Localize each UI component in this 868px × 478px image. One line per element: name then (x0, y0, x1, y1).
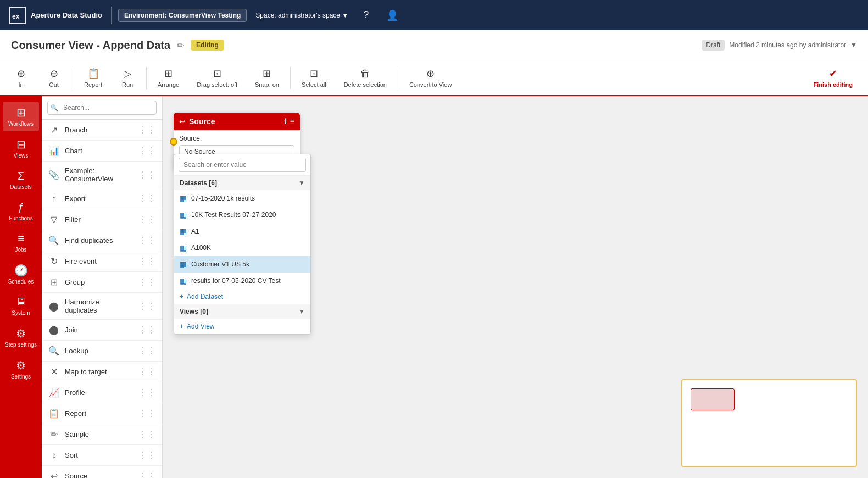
step-item-fire-event[interactable]: ↻ Fire event ⋮⋮ (42, 251, 162, 272)
step-item-source[interactable]: ↩ Source ⋮⋮ (42, 466, 162, 478)
drag-handle-icon[interactable]: ⋮⋮ (138, 193, 155, 204)
toolbar-delete-selection-button[interactable]: 🗑 Delete selection (335, 65, 396, 91)
canvas-area[interactable]: ↩ Source ℹ ≡ Source: No Source selected … (163, 96, 868, 478)
step-item-harmonize-duplicates[interactable]: ⬤ Harmonize duplicates ⋮⋮ (42, 293, 162, 320)
drag-handle-icon[interactable]: ⋮⋮ (138, 346, 155, 356)
dropdown-dataset-item-0[interactable]: ▦ 07-15-2020 1k results (174, 190, 310, 207)
search-input[interactable] (47, 101, 157, 115)
dataset-label-4: Customer V1 US 5k (191, 260, 249, 268)
drag-handle-icon[interactable]: ⋮⋮ (138, 366, 155, 377)
sidebar-item-datasets[interactable]: Σ Datasets (3, 165, 39, 194)
add-view-button[interactable]: + Add View (174, 319, 310, 334)
toolbar-out-button[interactable]: ⊖ Out (37, 64, 70, 91)
drag-handle-icon[interactable]: ⋮⋮ (138, 125, 155, 135)
source-card-icons: ℹ ≡ (284, 117, 294, 126)
harmonize-icon: ⬤ (48, 301, 59, 312)
steps-list: ↗ Branch ⋮⋮ 📊 Chart ⋮⋮ 📎 Example: Consum… (42, 120, 162, 478)
dropdown-dataset-item-5[interactable]: ▦ results for 07-05-2020 CV Test (174, 273, 310, 289)
dataset-label-3: A100K (191, 244, 211, 252)
datasets-section-header[interactable]: Datasets [6] ▼ (174, 176, 310, 190)
drag-handle-icon[interactable]: ⋮⋮ (138, 387, 155, 398)
sidebar-item-jobs[interactable]: ≡ Jobs (3, 228, 39, 257)
drag-handle-icon[interactable]: ⋮⋮ (138, 256, 155, 266)
snap-icon: ⊞ (263, 68, 271, 80)
source-menu-icon[interactable]: ≡ (290, 117, 294, 126)
step-label: Lookup (65, 347, 132, 355)
connector-dot (170, 138, 177, 146)
dropdown-dataset-item-1[interactable]: ▦ 10K Test Results 07-27-2020 (174, 207, 310, 223)
step-item-find-duplicates[interactable]: 🔍 Find duplicates ⋮⋮ (42, 230, 162, 251)
sidebar-item-functions[interactable]: ƒ Functions (3, 197, 39, 226)
step-item-report[interactable]: 📋 Report ⋮⋮ (42, 403, 162, 424)
toolbar-divider-1 (73, 67, 73, 89)
step-label: Harmonize duplicates (65, 298, 132, 314)
views-expand-icon: ▼ (298, 308, 305, 315)
dataset-label-2: A1 (191, 227, 199, 235)
sidebar-item-system[interactable]: 🖥 System (3, 291, 39, 320)
drag-handle-icon[interactable]: ⋮⋮ (138, 146, 155, 156)
step-item-join[interactable]: ⬤ Join ⋮⋮ (42, 320, 162, 341)
step-item-map-to-target[interactable]: ✕ Map to target ⋮⋮ (42, 362, 162, 382)
step-label: Example: ConsumerView (65, 166, 132, 183)
source-info-icon[interactable]: ℹ (284, 117, 287, 126)
help-icon[interactable]: ? (357, 7, 375, 24)
toolbar-arrange-button[interactable]: ⊞ Arrange (149, 64, 188, 91)
step-label: Export (65, 194, 132, 203)
top-nav-right: Environment: ConsumerView Testing Space:… (118, 7, 401, 24)
toolbar-snap-button[interactable]: ⊞ Snap: on (246, 64, 288, 91)
sort-icon: ↕ (48, 451, 59, 460)
dropdown-dataset-item-2[interactable]: ▦ A1 (174, 223, 310, 240)
edit-title-icon[interactable]: ✏ (177, 40, 184, 51)
toolbar-drag-select-button[interactable]: ⊡ Drag select: off (188, 64, 246, 91)
dataset-icon-4: ▦ (180, 260, 187, 269)
drag-handle-icon[interactable]: ⋮⋮ (138, 235, 155, 246)
step-item-export[interactable]: ↑ Export ⋮⋮ (42, 188, 162, 209)
dropdown-dataset-item-3[interactable]: ▦ A100K (174, 240, 310, 256)
views-section-header[interactable]: Views [0] ▼ (174, 304, 310, 319)
drag-handle-icon[interactable]: ⋮⋮ (138, 301, 155, 312)
toolbar-run-button[interactable]: ▷ Run (111, 64, 144, 91)
step-item-example-consumerview[interactable]: 📎 Example: ConsumerView ⋮⋮ (42, 162, 162, 188)
drag-handle-icon[interactable]: ⋮⋮ (138, 429, 155, 440)
user-icon[interactable]: 👤 (383, 7, 401, 24)
sidebar-item-step-settings[interactable]: ⚙ Step settings (3, 323, 39, 352)
drag-handle-icon[interactable]: ⋮⋮ (138, 325, 155, 335)
sidebar-item-settings[interactable]: ⚙ Settings (3, 354, 39, 384)
step-item-sort[interactable]: ↕ Sort ⋮⋮ (42, 445, 162, 466)
step-item-branch[interactable]: ↗ Branch ⋮⋮ (42, 120, 162, 141)
toolbar-select-all-button[interactable]: ⊡ Select all (293, 64, 335, 91)
step-item-group[interactable]: ⊞ Group ⋮⋮ (42, 272, 162, 293)
dataset-icon-2: ▦ (180, 227, 187, 236)
dropdown-dataset-item-4[interactable]: ▦ Customer V1 US 5k (174, 256, 310, 273)
drag-handle-icon[interactable]: ⋮⋮ (138, 170, 155, 180)
top-nav: ex Aperture Data Studio Environment: Con… (0, 0, 868, 30)
step-item-filter[interactable]: ▽ Filter ⋮⋮ (42, 209, 162, 230)
drag-handle-icon[interactable]: ⋮⋮ (138, 450, 155, 460)
step-item-chart[interactable]: 📊 Chart ⋮⋮ (42, 141, 162, 162)
toolbar-in-button[interactable]: ⊕ In (4, 64, 37, 91)
finish-editing-button[interactable]: ✔ Finish editing (803, 64, 864, 91)
sidebar-item-workflows[interactable]: ⊞ Workflows (3, 102, 39, 131)
branch-icon: ↗ (48, 125, 59, 135)
sidebar-item-views[interactable]: ⊟ Views (3, 134, 39, 163)
dataset-icon-5: ▦ (180, 276, 187, 285)
toolbar-report-button[interactable]: 📋 Report (75, 64, 111, 91)
toolbar-convert-to-view-button[interactable]: ⊕ Convert to View (400, 64, 460, 91)
select-all-icon: ⊡ (310, 68, 318, 80)
drag-handle-icon[interactable]: ⋮⋮ (138, 471, 155, 478)
drag-handle-icon[interactable]: ⋮⋮ (138, 408, 155, 419)
step-item-lookup[interactable]: 🔍 Lookup ⋮⋮ (42, 341, 162, 362)
step-label: Group (65, 278, 132, 286)
space-selector[interactable]: Space: administrator's space ▼ (255, 12, 348, 19)
step-item-profile[interactable]: 📈 Profile ⋮⋮ (42, 382, 162, 403)
sidebar-item-schedules[interactable]: 🕐 Schedules (3, 259, 39, 289)
profile-icon: 📈 (48, 387, 59, 398)
drag-handle-icon[interactable]: ⋮⋮ (138, 214, 155, 225)
dataset-label-0: 07-15-2020 1k results (191, 194, 255, 202)
step-item-sample[interactable]: ✏ Sample ⋮⋮ (42, 424, 162, 445)
add-dataset-button[interactable]: + Add Dataset (174, 289, 310, 304)
source-step-icon: ↩ (48, 471, 59, 478)
dropdown-search-input[interactable] (179, 158, 306, 172)
functions-icon: ƒ (18, 201, 24, 214)
drag-handle-icon[interactable]: ⋮⋮ (138, 277, 155, 287)
